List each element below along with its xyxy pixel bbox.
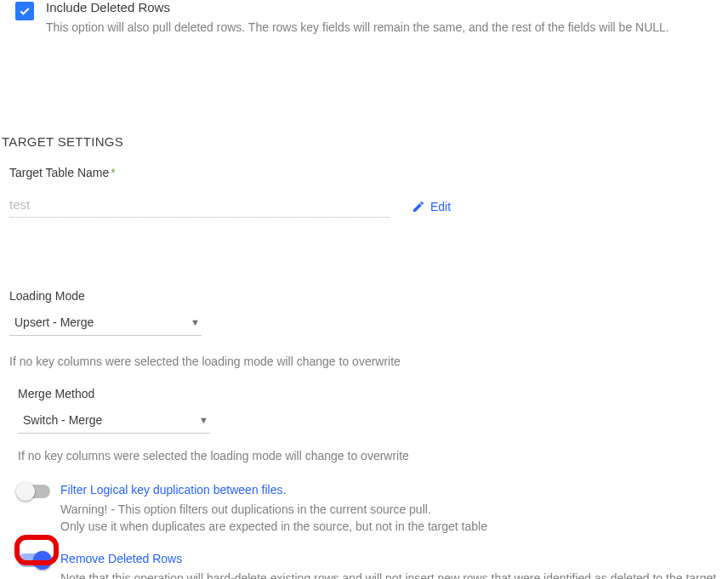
- edit-button[interactable]: Edit: [412, 200, 451, 213]
- include-deleted-checkbox[interactable]: [15, 2, 34, 20]
- remove-deleted-desc: Note that this operation will hard-delet…: [60, 570, 728, 579]
- filter-dup-warning: Warning! - This option filters out dupli…: [60, 502, 487, 535]
- required-star: *: [111, 166, 115, 179]
- target-table-input[interactable]: [9, 195, 390, 218]
- merge-method-value: Switch - Merge: [23, 413, 102, 427]
- target-settings-header: TARGET SETTINGS: [2, 134, 728, 149]
- merge-method-select[interactable]: Switch - Merge ▼: [18, 407, 210, 434]
- check-icon: [18, 4, 31, 18]
- edit-label: Edit: [430, 200, 451, 213]
- loading-mode-label: Loading Mode: [9, 289, 728, 303]
- merge-method-hint: If no key columns were selected the load…: [18, 449, 728, 463]
- filter-dup-link[interactable]: Filter Logical key duplication between f…: [60, 483, 487, 497]
- chevron-down-icon: ▼: [199, 415, 208, 425]
- loading-mode-value: Upsert - Merge: [14, 315, 94, 329]
- chevron-down-icon: ▼: [191, 317, 200, 327]
- remove-deleted-link[interactable]: Remove Deleted Rows: [60, 552, 728, 565]
- pencil-icon: [412, 200, 425, 213]
- remove-deleted-toggle[interactable]: [18, 553, 50, 567]
- include-deleted-desc: This option will also pull deleted rows.…: [46, 20, 669, 34]
- loading-mode-select[interactable]: Upsert - Merge ▼: [9, 309, 202, 336]
- include-deleted-title: Include Deleted Rows: [46, 0, 669, 15]
- filter-dup-toggle[interactable]: [18, 485, 50, 498]
- merge-method-label: Merge Method: [18, 387, 728, 400]
- target-table-label: Target Table Name: [9, 166, 109, 179]
- loading-mode-hint: If no key columns were selected the load…: [9, 355, 728, 368]
